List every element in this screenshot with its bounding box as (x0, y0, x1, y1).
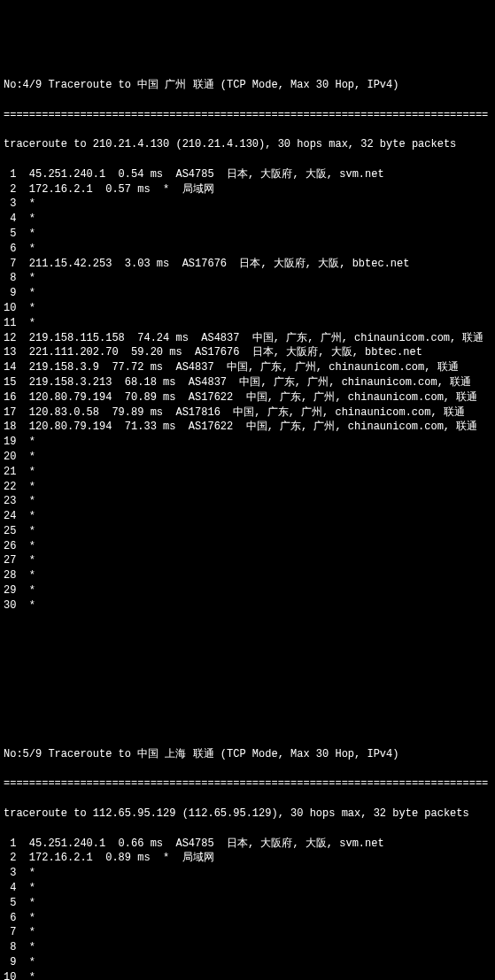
hop-row: 25 * (4, 524, 491, 539)
hop-row: 3 * (4, 866, 491, 881)
hop-list: 1 45.251.240.1 0.54 ms AS4785 日本, 大阪府, 大… (4, 167, 491, 613)
block-header: No:5/9 Traceroute to 中国 上海 联通 (TCP Mode,… (4, 747, 491, 762)
hop-row: 24 * (4, 509, 491, 524)
blank-line (4, 658, 491, 673)
hop-row: 18 120.80.79.194 71.33 ms AS17622 中国, 广东… (4, 420, 491, 435)
hop-row: 4 * (4, 881, 491, 896)
divider: ========================================… (4, 108, 491, 123)
hop-row: 1 45.251.240.1 0.54 ms AS4785 日本, 大阪府, 大… (4, 167, 491, 182)
hop-row: 7 211.15.42.253 3.03 ms AS17676 日本, 大阪府,… (4, 257, 491, 272)
hop-row: 11 * (4, 316, 491, 331)
hop-row: 21 * (4, 465, 491, 480)
hop-row: 4 * (4, 212, 491, 227)
hop-row: 23 * (4, 494, 491, 509)
hop-row: 8 * (4, 271, 491, 286)
traceroute-summary: traceroute to 210.21.4.130 (210.21.4.130… (4, 137, 491, 152)
hop-row: 7 * (4, 925, 491, 940)
hop-row: 12 219.158.115.158 74.24 ms AS4837 中国, 广… (4, 331, 491, 346)
hop-row: 3 * (4, 197, 491, 212)
hop-row: 14 219.158.3.9 77.72 ms AS4837 中国, 广东, 广… (4, 360, 491, 375)
hop-row: 29 * (4, 583, 491, 598)
hop-row: 9 * (4, 955, 491, 970)
hop-row: 15 219.158.3.213 68.18 ms AS4837 中国, 广东,… (4, 375, 491, 390)
hop-row: 28 * (4, 568, 491, 583)
hop-row: 17 120.83.0.58 79.89 ms AS17816 中国, 广东, … (4, 405, 491, 421)
hop-row: 13 221.111.202.70 59.20 ms AS17676 日本, 大… (4, 345, 491, 360)
hop-row: 10 * (4, 301, 491, 316)
hop-row: 19 * (4, 435, 491, 450)
traceroute-block-5: No:5/9 Traceroute to 中国 上海 联通 (TCP Mode,… (4, 732, 491, 980)
hop-row: 20 * (4, 450, 491, 465)
block-header: No:4/9 Traceroute to 中国 广州 联通 (TCP Mode,… (4, 78, 491, 93)
hop-row: 22 * (4, 480, 491, 495)
hop-row: 10 * (4, 970, 491, 980)
hop-row: 5 * (4, 896, 491, 911)
hop-row: 16 120.80.79.194 70.89 ms AS17622 中国, 广东… (4, 390, 491, 405)
hop-row: 26 * (4, 539, 491, 554)
traceroute-summary: traceroute to 112.65.95.129 (112.65.95.1… (4, 806, 491, 822)
hop-row: 6 * (4, 911, 491, 926)
traceroute-block-4: No:4/9 Traceroute to 中国 广州 联通 (TCP Mode,… (4, 63, 491, 628)
hop-row: 1 45.251.240.1 0.66 ms AS4785 日本, 大阪府, 大… (4, 837, 491, 852)
hop-row: 2 172.16.2.1 0.57 ms * 局域网 (4, 182, 491, 197)
hop-row: 27 * (4, 553, 491, 568)
hop-row: 2 172.16.2.1 0.89 ms * 局域网 (4, 851, 491, 866)
hop-row: 5 * (4, 227, 491, 242)
divider: ========================================… (4, 776, 491, 791)
hop-row: 8 * (4, 940, 491, 955)
blank-line (4, 688, 491, 703)
hop-row: 9 * (4, 286, 491, 301)
hop-row: 6 * (4, 242, 491, 257)
hop-row: 30 * (4, 598, 491, 613)
hop-list: 1 45.251.240.1 0.66 ms AS4785 日本, 大阪府, 大… (4, 837, 491, 980)
